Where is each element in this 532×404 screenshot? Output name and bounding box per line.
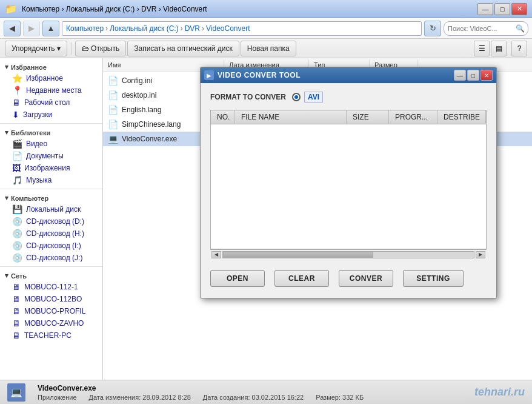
new-folder-button[interactable]: Новая папка [241,41,296,56]
refresh-button[interactable]: ↻ [424,21,441,36]
th-size: SIZE [347,110,389,124]
sidebar-item-music[interactable]: 🎵 Музыка [0,174,102,186]
dialog-title-text: VIDEO CONVER TOOL [218,71,301,79]
format-row: FORMAT TO CONVER AVI [210,92,487,103]
download-icon: ⬇ [12,110,19,120]
breadcrumb-dvr[interactable]: DVR [185,24,200,33]
chevron-computer-icon: ▾ [5,194,8,202]
conver-button[interactable]: CONVER [339,270,393,287]
sidebar-item-downloads[interactable]: ⬇ Загрузки [0,109,102,121]
up-button[interactable]: ▲ [42,21,59,36]
status-filename: VideoConver.exe [38,384,364,392]
action-buttons: OPEN CLEAR CONVER SETTING [210,268,487,289]
burn-button[interactable]: Записать на оптический диск [127,41,239,56]
format-label: FORMAT TO CONVER [210,93,286,101]
search-icon: 🔍 [516,24,525,33]
maximize-button[interactable]: □ [494,3,510,15]
dialog-body: FORMAT TO CONVER AVI NO. FILE NAME SIZE … [201,83,496,298]
format-radio-button[interactable] [292,93,301,101]
image-icon: 🖼 [12,163,21,173]
dialog-maximize-button[interactable]: □ [467,70,479,81]
table-header-row: NO. FILE NAME SIZE PROGR... DESTRIBE [211,110,486,124]
network-icon-4: 🖥 [12,318,21,328]
table-body [211,124,486,246]
minimize-button[interactable]: — [477,3,493,15]
dialog-minimize-button[interactable]: — [454,70,466,81]
sidebar-item-recent[interactable]: 📍 Недавние места [0,84,102,96]
breadcrumb-localdisk[interactable]: Локальный диск (C:) [110,24,179,33]
sidebar-favorites-header[interactable]: ▾ Избранное [0,61,102,72]
sidebar-item-mobucoprofil[interactable]: 🖥 MOBUCO-PROFIL [0,305,102,317]
sidebar-item-desktop[interactable]: 🖥 Рабочий стол [0,96,102,109]
star-icon: ⭐ [12,73,22,83]
clear-button[interactable]: CLEAR [274,270,329,287]
file-size: Размер: 332 КБ [316,394,364,401]
open-button[interactable]: 🗁 Открыть [75,41,126,56]
hdd-icon: 💾 [12,204,22,214]
file-icon-config: 📄 [108,76,118,86]
sidebar-item-mobuco112[interactable]: 🖥 MOBUCO-112-1 [0,281,102,293]
network-icon-1: 🖥 [12,282,21,292]
view-button[interactable]: ☰ [474,41,490,56]
forward-button[interactable]: ▶ [23,21,40,36]
file-icon-desktop: 📄 [108,90,118,100]
close-button[interactable]: ✕ [511,3,527,15]
status-details: Приложение Дата изменения: 28.09.2012 8:… [38,394,364,401]
file-icon-simpchinese: 📄 [108,120,118,129]
organize-button[interactable]: Упорядочить ▾ [5,41,67,56]
breadcrumb-videoconvert[interactable]: VideoConvert [206,24,250,33]
sidebar-item-cdj[interactable]: 💿 CD-дисковод (J:) [0,252,102,264]
scroll-right-button[interactable]: ▶ [476,251,485,258]
setting-button[interactable]: SETTING [403,270,464,287]
scroll-track[interactable] [222,251,474,258]
sidebar-computer-header[interactable]: ▾ Компьютер [0,192,102,203]
date-modified: Дата изменения: 28.09.2012 8:28 [89,394,191,401]
sidebar-item-video[interactable]: 🎬 Видео [0,138,102,150]
open-button[interactable]: OPEN [210,270,265,287]
sidebar-item-izbrannoye[interactable]: ⭐ Избранное [0,72,102,84]
sidebar-item-documents[interactable]: 📄 Документы [0,150,102,162]
toolbar: Упорядочить ▾ 🗁 Открыть Записать на опти… [0,39,532,58]
network-icon-2: 🖥 [12,294,21,304]
dialog-title-icon: ▶ [204,70,214,80]
sidebar-item-cdi[interactable]: 💿 CD-дисковод (I:) [0,240,102,252]
folder-icon: 📁 [5,3,17,15]
document-icon: 📄 [12,151,22,161]
music-icon: 🎵 [12,175,22,185]
cd-j-icon: 💿 [12,253,22,263]
format-radio-group: AVI [292,92,323,103]
sidebar-item-cdd[interactable]: 💿 CD-дисковод (D:) [0,215,102,227]
back-button[interactable]: ◀ [4,21,21,36]
horizontal-scrollbar: ◀ ▶ [210,249,487,259]
breadcrumb-computer[interactable]: Компьютер [66,24,104,33]
sidebar-item-localdisk[interactable]: 💾 Локальный диск [0,203,102,215]
watermark-area: tehnari.ru [474,386,525,399]
address-path[interactable]: Компьютер › Локальный диск (C:) › DVR › … [62,21,422,36]
sidebar-libraries-header[interactable]: ▾ Библиотеки [0,126,102,138]
file-table-wrapper: NO. FILE NAME SIZE PROGR... DESTRIBE [210,110,487,249]
app-type: Приложение [38,394,77,401]
sidebar-item-mobuco112bo[interactable]: 🖥 MOBUCO-112BО [0,293,102,305]
sidebar-item-cdh[interactable]: 💿 CD-дисковод (H:) [0,227,102,240]
scroll-thumb[interactable] [223,252,373,258]
sidebar-item-images[interactable]: 🖼 Изображения [0,162,102,174]
sidebar-item-mobucozavho[interactable]: 🖥 MOBUCO-ZAVHО [0,317,102,329]
cd-i-icon: 💿 [12,241,22,251]
dialog-title-left: ▶ VIDEO CONVER TOOL [204,70,301,80]
sidebar-network-header[interactable]: ▾ Сеть [0,269,102,281]
view-list-button[interactable]: ▤ [491,41,507,56]
dialog-close-button[interactable]: ✕ [480,70,493,81]
file-icon-exe: 💻 [108,134,118,144]
table-scroll-area: NO. FILE NAME SIZE PROGR... DESTRIBE [211,110,486,249]
title-bar: 📁 Компьютер › Локальный диск (C:) › DVR … [0,0,532,18]
help-button[interactable]: ? [511,41,527,56]
sidebar-item-teacherpc[interactable]: 🖥 TEACHER-PC [0,329,102,342]
title-bar-controls: — □ ✕ [477,3,527,15]
th-describe: DESTRIBE [437,110,486,124]
chevron-network-icon: ▾ [5,272,8,280]
network-icon-3: 🖥 [12,306,21,316]
scroll-left-button[interactable]: ◀ [211,251,221,258]
date-created: Дата создания: 03.02.2015 16:22 [203,394,304,401]
status-bar: 💻 VideoConver.exe Приложение Дата измене… [0,380,532,404]
chevron-down-icon: ▾ [5,63,8,71]
